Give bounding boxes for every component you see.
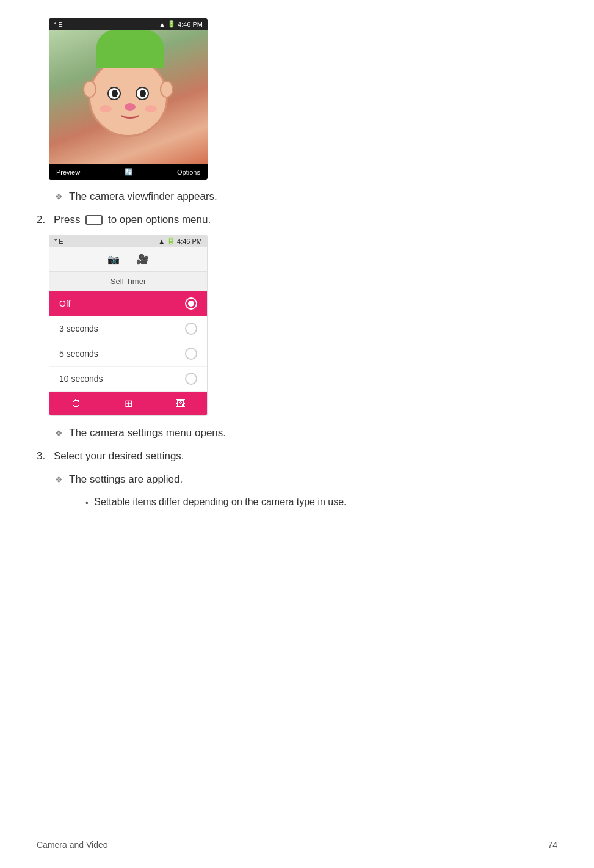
video-mode-icon: 🎥 — [134, 250, 151, 268]
page-footer: Camera and Video 74 — [37, 840, 557, 850]
bullet-diamond-1: ❖ — [55, 192, 63, 202]
phone-bottom-nav: ⏱ ⊞ 🖼 — [49, 392, 207, 415]
options-label: Options — [177, 169, 200, 176]
step-2-text-after: to open options menu. — [108, 214, 211, 225]
timer-option-off[interactable]: Off — [49, 291, 207, 316]
camera-viewfinder — [49, 30, 208, 164]
photo-mode-icon: 📷 — [105, 250, 122, 268]
status-bar-2: * E ▲ 🔋 4:46 PM — [49, 235, 207, 247]
timer-option-3s[interactable]: 3 seconds — [49, 316, 207, 341]
timer-option-10s-label: 10 seconds — [59, 374, 103, 384]
footer-left: Camera and Video — [37, 840, 107, 850]
bullet-text-3: The settings are applied. — [69, 473, 183, 486]
step-2-number: 2. — [37, 214, 50, 226]
toy-nose — [125, 103, 136, 111]
time-display-1: 4:46 PM — [178, 21, 203, 28]
sub-bullet-square: ▪ — [85, 498, 88, 507]
step-2: 2. Press to open options menu. — [37, 214, 557, 226]
bullet-item-2: ❖ The camera settings menu opens. — [55, 427, 557, 439]
toy-ear-left — [83, 81, 96, 98]
radio-3s — [185, 323, 197, 335]
bullet-diamond-2: ❖ — [55, 428, 63, 438]
toy-eye-left — [107, 87, 121, 100]
status-icons-1: ▲ 🔋 4:46 PM — [159, 20, 203, 28]
phone-screenshot-1: * E ▲ 🔋 4:46 PM — [49, 18, 208, 180]
step-3-number: 3. — [37, 450, 50, 462]
toy-mouth — [121, 111, 139, 119]
battery-icon-2: 🔋 — [167, 237, 175, 245]
phone-screenshot-2: * E ▲ 🔋 4:46 PM 📷 🎥 Self Timer Off 3 sec… — [49, 235, 208, 416]
self-timer-header: Self Timer — [49, 272, 207, 291]
bullet-text-1: The camera viewfinder appears. — [69, 191, 217, 203]
radio-10s — [185, 373, 197, 385]
radio-off — [185, 297, 197, 310]
gallery-nav-icon: 🖼 — [171, 396, 190, 412]
bullet-text-2: The camera settings menu opens. — [69, 427, 226, 439]
bullet-item-3: ❖ The settings are applied. — [55, 473, 557, 486]
timer-option-5s[interactable]: 5 seconds — [49, 341, 207, 367]
step-3-text: Select your desired settings. — [54, 450, 184, 462]
footer-right: 74 — [548, 840, 557, 850]
status-left-1: * E — [54, 21, 63, 28]
step-2-text-before: Press — [54, 214, 80, 225]
toy-cheek-right — [145, 105, 157, 112]
menu-button-icon — [85, 215, 103, 225]
timer-option-5s-label: 5 seconds — [59, 349, 98, 359]
preview-label: Preview — [56, 169, 80, 176]
toy-face — [89, 57, 168, 137]
timer-option-3s-label: 3 seconds — [59, 324, 98, 334]
time-display-2: 4:46 PM — [177, 238, 202, 245]
signal-icon: ▲ — [159, 21, 165, 28]
toy-ear-right — [160, 81, 173, 98]
radio-5s — [185, 348, 197, 360]
status-bar-1: * E ▲ 🔋 4:46 PM — [49, 18, 208, 30]
bullet-diamond-3: ❖ — [55, 475, 63, 484]
shutter-icon: 🔄 — [125, 168, 133, 176]
step-3: 3. Select your desired settings. — [37, 450, 557, 462]
sub-bullet-item: ▪ Settable items differ depending on the… — [85, 497, 557, 508]
grid-nav-icon: ⊞ — [120, 395, 137, 412]
bullet-item-1: ❖ The camera viewfinder appears. — [55, 191, 557, 203]
self-timer-nav-icon: ⏱ — [67, 396, 86, 412]
toy-eye-right — [136, 87, 149, 100]
signal-icon-2: ▲ — [158, 238, 165, 245]
toy-cheek-left — [100, 105, 112, 112]
plush-toy-image — [49, 30, 208, 164]
step-2-text: Press to open options menu. — [54, 214, 211, 226]
sub-bullet-text: Settable items differ depending on the c… — [94, 497, 346, 508]
timer-option-10s[interactable]: 10 seconds — [49, 367, 207, 392]
toy-hat — [96, 30, 164, 68]
status-left-2: * E — [54, 238, 63, 245]
camera-mode-bar: 📷 🎥 — [49, 247, 207, 272]
camera-bottom-bar: Preview 🔄 Options — [49, 164, 208, 180]
status-icons-2: ▲ 🔋 4:46 PM — [158, 237, 202, 245]
battery-icon: 🔋 — [167, 20, 176, 28]
timer-option-off-label: Off — [59, 299, 70, 308]
